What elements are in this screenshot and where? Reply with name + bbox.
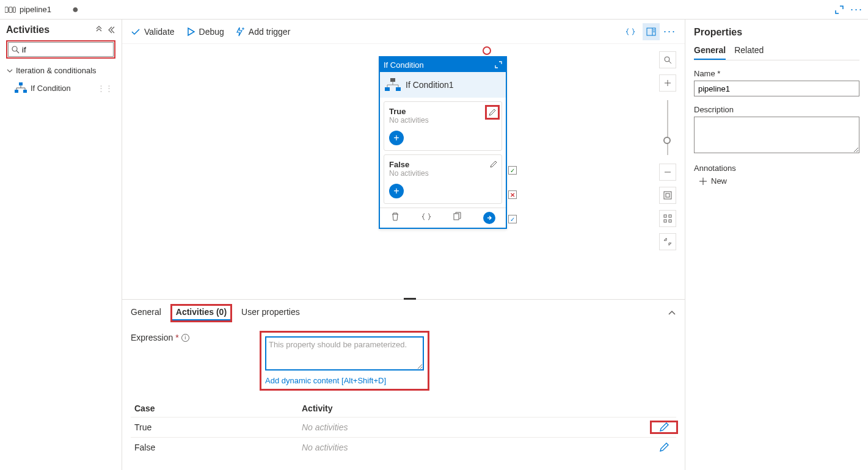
activities-sidebar: Activities Iteration & conditionals If C… — [0, 20, 122, 470]
title-bar: pipeline1 ● ··· — [0, 0, 868, 20]
case-row-true: True No activities — [131, 417, 676, 437]
node-collapse-icon[interactable] — [495, 61, 502, 68]
svg-point-26 — [665, 57, 669, 62]
debug-button[interactable]: Debug — [186, 27, 224, 37]
zoom-in-button[interactable] — [659, 74, 676, 92]
chevron-down-icon — [6, 67, 13, 74]
svg-rect-25 — [454, 214, 459, 220]
if-condition-node-icon — [385, 78, 401, 92]
plus-icon — [699, 177, 707, 186]
canvas-controls — [659, 51, 676, 250]
pipeline-icon — [5, 5, 16, 14]
search-icon — [11, 45, 20, 54]
col-header-case: Case — [131, 403, 302, 413]
true-branch: True No activities + — [384, 101, 502, 151]
false-branch: False No activities + — [384, 154, 502, 204]
bottom-panel: General Activities (0) User properties E… — [122, 299, 685, 470]
info-icon[interactable]: i — [181, 334, 189, 342]
svg-rect-31 — [664, 192, 671, 199]
svg-rect-10 — [15, 90, 18, 93]
edit-false-branch-button[interactable] — [489, 160, 498, 168]
add-trigger-button[interactable]: Add trigger — [235, 27, 290, 37]
node-code-button[interactable] — [421, 212, 431, 224]
more-toolbar-icon[interactable]: ··· — [663, 25, 676, 38]
fit-screen-button[interactable] — [659, 187, 676, 204]
edit-false-case-button[interactable] — [652, 443, 676, 452]
edit-true-branch-button[interactable] — [487, 107, 498, 118]
activities-search-input[interactable] — [20, 45, 111, 54]
delete-node-button[interactable] — [390, 212, 400, 224]
expression-input[interactable] — [265, 336, 424, 371]
if-condition-node[interactable]: If Condition If Condition1 True No activ… — [379, 56, 507, 229]
add-false-activity-button[interactable]: + — [389, 184, 404, 198]
validate-button[interactable]: Validate — [131, 27, 175, 37]
if-condition-icon — [15, 82, 27, 93]
collapse-all-icon[interactable] — [95, 26, 103, 34]
annotations-label: Annotations — [694, 164, 859, 173]
panel-resize-handle[interactable] — [404, 298, 416, 300]
svg-rect-5 — [19, 82, 23, 85]
svg-rect-2 — [13, 7, 16, 12]
node-type-label: If Condition — [384, 60, 424, 70]
unsaved-indicator: ● — [72, 3, 79, 16]
completion-port[interactable]: ✓ — [508, 215, 517, 223]
tab-user-properties[interactable]: User properties — [241, 307, 300, 319]
svg-rect-11 — [23, 90, 27, 93]
collapse-panel-button[interactable] — [668, 309, 676, 317]
node-status-indicator — [483, 46, 491, 55]
svg-rect-34 — [669, 215, 671, 217]
failure-port[interactable]: ✕ — [508, 190, 517, 199]
add-dynamic-content-link[interactable]: Add dynamic content [Alt+Shift+D] — [265, 376, 424, 385]
svg-rect-18 — [390, 78, 395, 82]
navigate-node-button[interactable] — [483, 212, 495, 224]
edit-true-case-button[interactable] — [652, 422, 676, 432]
tab-general[interactable]: General — [131, 307, 161, 319]
svg-line-27 — [669, 61, 671, 63]
node-name: If Condition1 — [406, 80, 454, 90]
drag-handle-icon: ⋮⋮ — [97, 84, 113, 93]
auto-layout-button[interactable] — [659, 210, 676, 227]
description-input[interactable] — [694, 117, 859, 153]
canvas-search-button[interactable] — [659, 51, 676, 68]
svg-rect-23 — [385, 87, 390, 91]
svg-rect-32 — [666, 193, 669, 197]
svg-rect-33 — [664, 215, 666, 217]
canvas[interactable]: If Condition If Condition1 True No activ… — [122, 44, 685, 299]
pipeline-toolbar: Validate Debug Add trigger ··· — [122, 20, 685, 44]
more-icon[interactable]: ··· — [850, 3, 863, 16]
properties-toggle-button[interactable] — [643, 23, 660, 40]
col-header-activity: Activity — [302, 403, 652, 413]
activity-if-condition[interactable]: If Condition ⋮⋮ — [12, 80, 115, 96]
category-iteration[interactable]: Iteration & conditionals — [6, 66, 115, 75]
props-tab-related[interactable]: Related — [734, 45, 764, 60]
minimize-button[interactable] — [659, 233, 676, 250]
svg-rect-24 — [396, 87, 401, 91]
clone-node-button[interactable] — [452, 212, 462, 224]
activities-heading: Activities — [6, 24, 49, 35]
code-view-button[interactable] — [622, 23, 639, 40]
search-highlight — [6, 40, 115, 59]
name-field-label: Name * — [694, 69, 859, 78]
expand-icon[interactable] — [834, 5, 844, 15]
required-indicator: * — [175, 333, 178, 342]
pipeline-title: pipeline1 — [20, 5, 51, 14]
svg-rect-36 — [669, 220, 671, 222]
hide-panel-icon[interactable] — [107, 26, 115, 34]
expression-highlight: Add dynamic content [Alt+Shift+D] — [261, 333, 428, 389]
name-input[interactable] — [694, 81, 859, 96]
zoom-out-button[interactable] — [659, 164, 676, 181]
description-field-label: Description — [694, 105, 859, 114]
tab-activities[interactable]: Activities (0) — [172, 306, 230, 320]
svg-rect-35 — [664, 220, 666, 222]
svg-point-3 — [12, 46, 17, 51]
case-row-false: False No activities — [131, 437, 676, 457]
svg-rect-0 — [5, 7, 8, 12]
props-tab-general[interactable]: General — [694, 45, 726, 60]
add-true-activity-button[interactable]: + — [389, 131, 404, 145]
zoom-slider[interactable] — [667, 100, 668, 155]
svg-rect-1 — [9, 7, 12, 12]
svg-line-4 — [16, 51, 19, 53]
success-port[interactable]: ✓ — [508, 166, 517, 175]
properties-heading: Properties — [694, 27, 859, 38]
new-annotation-button[interactable]: New — [699, 176, 859, 186]
